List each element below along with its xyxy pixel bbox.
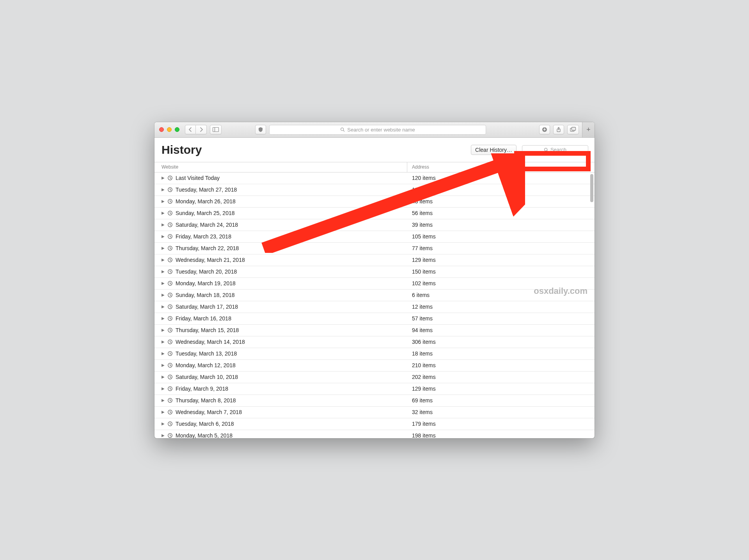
disclosure-triangle-icon[interactable]: ▶	[162, 340, 165, 344]
clock-icon	[167, 199, 173, 204]
search-icon	[340, 127, 345, 132]
disclosure-triangle-icon[interactable]: ▶	[162, 176, 165, 180]
disclosure-triangle-icon[interactable]: ▶	[162, 188, 165, 192]
history-row[interactable]: ▶Thursday, March 22, 201877 items	[154, 243, 595, 254]
back-button[interactable]	[185, 125, 196, 134]
fullscreen-window-button[interactable]	[175, 127, 179, 132]
history-row[interactable]: ▶Wednesday, March 21, 2018129 items	[154, 254, 595, 266]
privacy-report-button[interactable]	[255, 125, 266, 134]
history-row[interactable]: ▶Thursday, March 8, 201869 items	[154, 395, 595, 407]
history-row[interactable]: ▶Monday, March 12, 2018210 items	[154, 360, 595, 372]
history-row[interactable]: ▶Tuesday, March 20, 2018150 items	[154, 266, 595, 278]
sidebar-toggle-button[interactable]	[210, 125, 222, 134]
tabs-overview-button[interactable]	[567, 125, 579, 134]
disclosure-triangle-icon[interactable]: ▶	[162, 375, 165, 379]
history-row[interactable]: ▶Thursday, March 15, 201894 items	[154, 325, 595, 336]
history-row-count: 32 items	[407, 409, 595, 415]
history-row[interactable]: ▶Saturday, March 17, 201812 items	[154, 301, 595, 313]
history-row-count: 69 items	[407, 397, 595, 404]
history-row-count: 202 items	[407, 374, 595, 380]
disclosure-triangle-icon[interactable]: ▶	[162, 293, 165, 297]
disclosure-triangle-icon[interactable]: ▶	[162, 223, 165, 227]
history-row[interactable]: ▶Monday, March 5, 2018198 items	[154, 430, 595, 438]
history-row[interactable]: ▶Sunday, March 25, 201856 items	[154, 208, 595, 219]
clock-icon	[167, 398, 173, 403]
history-row-count: 12 items	[407, 304, 595, 310]
history-row[interactable]: ▶Friday, March 23, 2018105 items	[154, 231, 595, 243]
search-placeholder: Search	[550, 147, 566, 153]
column-header-address[interactable]: Address	[407, 162, 595, 172]
nav-back-forward	[185, 125, 207, 134]
column-header-website[interactable]: Website	[154, 162, 407, 172]
history-row-count: 120 items	[407, 175, 595, 181]
disclosure-triangle-icon[interactable]: ▶	[162, 305, 165, 309]
history-row[interactable]: ▶Wednesday, March 7, 201832 items	[154, 407, 595, 418]
disclosure-triangle-icon[interactable]: ▶	[162, 258, 165, 262]
svg-rect-7	[572, 127, 576, 130]
history-row-label: Monday, March 26, 2018	[176, 198, 236, 204]
history-row[interactable]: ▶Saturday, March 24, 201839 items	[154, 219, 595, 231]
clock-icon	[167, 245, 173, 251]
disclosure-triangle-icon[interactable]: ▶	[162, 281, 165, 285]
history-row[interactable]: ▶Friday, March 16, 201857 items	[154, 313, 595, 325]
history-row[interactable]: ▶Tuesday, March 27, 2018196 items	[154, 184, 595, 196]
history-row[interactable]: ▶Wednesday, March 14, 2018306 items	[154, 336, 595, 348]
downloads-button[interactable]	[539, 125, 550, 134]
clock-icon	[167, 363, 173, 368]
history-row-count: 102 items	[407, 280, 595, 286]
history-row[interactable]: ▶Last Visited Today120 items	[154, 172, 595, 184]
history-row[interactable]: ▶Tuesday, March 13, 201818 items	[154, 348, 595, 360]
history-row-count: 306 items	[407, 339, 595, 345]
clear-history-button[interactable]: Clear History…	[471, 145, 516, 155]
history-row[interactable]: ▶Friday, March 9, 2018129 items	[154, 383, 595, 395]
close-window-button[interactable]	[159, 127, 164, 132]
disclosure-triangle-icon[interactable]: ▶	[162, 328, 165, 332]
disclosure-triangle-icon[interactable]: ▶	[162, 246, 165, 250]
disclosure-triangle-icon[interactable]: ▶	[162, 199, 165, 203]
disclosure-triangle-icon[interactable]: ▶	[162, 422, 165, 426]
history-list: ▶Last Visited Today120 items▶Tuesday, Ma…	[154, 172, 595, 438]
disclosure-triangle-icon[interactable]: ▶	[162, 270, 165, 274]
disclosure-triangle-icon[interactable]: ▶	[162, 387, 165, 391]
history-row[interactable]: ▶Tuesday, March 6, 2018179 items	[154, 418, 595, 430]
scrollbar-thumb[interactable]	[590, 174, 593, 202]
disclosure-triangle-icon[interactable]: ▶	[162, 316, 165, 320]
history-row[interactable]: ▶Sunday, March 18, 20186 items	[154, 290, 595, 301]
disclosure-triangle-icon[interactable]: ▶	[162, 352, 165, 356]
address-bar[interactable]: Search or enter website name	[269, 125, 486, 135]
disclosure-triangle-icon[interactable]: ▶	[162, 363, 165, 367]
clock-icon	[167, 374, 173, 380]
clock-icon	[167, 281, 173, 286]
disclosure-triangle-icon[interactable]: ▶	[162, 398, 165, 402]
history-row-label: Friday, March 9, 2018	[176, 386, 228, 392]
disclosure-triangle-icon[interactable]: ▶	[162, 434, 165, 437]
history-row-label: Thursday, March 22, 2018	[176, 245, 239, 251]
disclosure-triangle-icon[interactable]: ▶	[162, 235, 165, 238]
clock-icon	[167, 339, 173, 345]
history-row[interactable]: ▶Saturday, March 10, 2018202 items	[154, 372, 595, 383]
clock-icon	[167, 327, 173, 333]
share-button[interactable]	[553, 125, 564, 134]
clock-icon	[167, 351, 173, 356]
disclosure-triangle-icon[interactable]: ▶	[162, 410, 165, 414]
clock-icon	[167, 292, 173, 298]
clock-icon	[167, 210, 173, 216]
history-row-count: 129 items	[407, 386, 595, 392]
minimize-window-button[interactable]	[167, 127, 172, 132]
clock-icon	[167, 257, 173, 263]
history-row-label: Tuesday, March 20, 2018	[176, 268, 237, 275]
new-tab-button[interactable]: +	[582, 122, 595, 138]
history-row[interactable]: ▶Monday, March 19, 2018102 items	[154, 278, 595, 290]
history-row-label: Saturday, March 10, 2018	[176, 374, 238, 380]
history-row-label: Monday, March 19, 2018	[176, 280, 236, 286]
clock-icon	[167, 316, 173, 321]
forward-button[interactable]	[196, 125, 207, 134]
history-row[interactable]: ▶Monday, March 26, 201843 items	[154, 196, 595, 208]
disclosure-triangle-icon[interactable]: ▶	[162, 211, 165, 215]
history-row-label: Wednesday, March 14, 2018	[176, 339, 245, 345]
history-page: History Clear History… Search Website Ad…	[154, 138, 595, 438]
history-row-count: 129 items	[407, 257, 595, 263]
history-row-count: 150 items	[407, 268, 595, 275]
history-search-input[interactable]: Search	[522, 145, 588, 155]
safari-window: Search or enter website name + History C…	[154, 122, 595, 438]
